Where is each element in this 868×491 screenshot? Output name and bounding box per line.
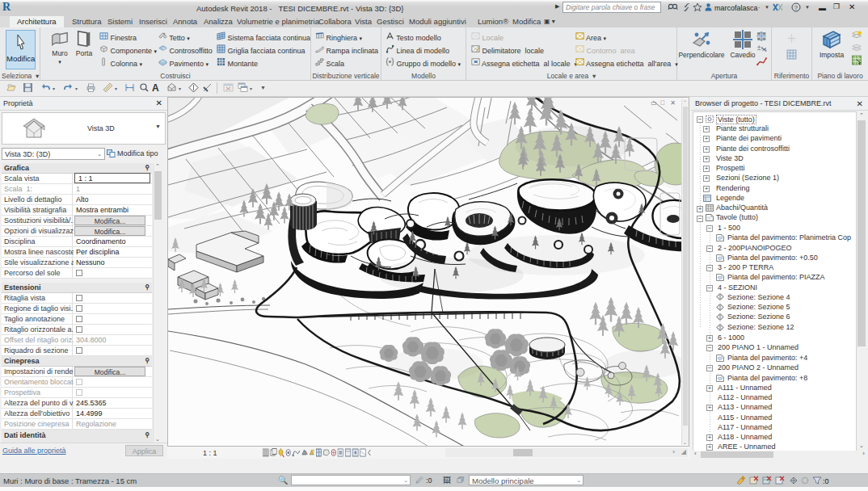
svg-text:?: ? [794, 4, 798, 11]
svg-text::0: :0 [823, 477, 829, 485]
